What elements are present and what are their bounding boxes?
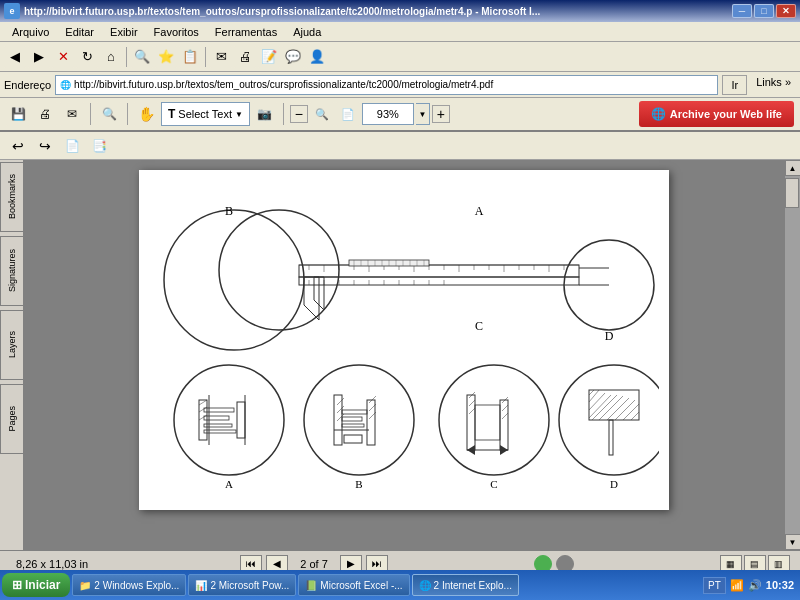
pages-panel-tab[interactable]: Pages	[0, 384, 24, 454]
signatures-panel-tab[interactable]: Signatures	[0, 236, 24, 306]
folder-icon: 📁	[79, 580, 91, 591]
taskbar-powerpoint[interactable]: 📊 2 Microsoft Pow...	[188, 574, 296, 596]
svg-point-66	[304, 365, 414, 475]
diagram-svg: /* inline tick marks handled by SVG belo…	[149, 180, 659, 490]
lang-button[interactable]: PT	[703, 577, 726, 594]
messenger-button[interactable]: 👤	[306, 46, 328, 68]
close-button[interactable]: ✕	[776, 4, 796, 18]
refresh-button[interactable]: ↻	[76, 46, 98, 68]
svg-rect-82	[475, 405, 500, 440]
mail-button[interactable]: ✉	[210, 46, 232, 68]
select-dropdown-icon: ▼	[235, 110, 243, 119]
go-button[interactable]: Ir	[722, 75, 747, 95]
edit-button[interactable]: 📝	[258, 46, 280, 68]
svg-line-88	[469, 400, 475, 406]
start-button[interactable]: ⊞ Iniciar	[2, 573, 70, 597]
menu-favoritos[interactable]: Favoritos	[146, 24, 207, 40]
svg-rect-57	[204, 416, 229, 420]
back-button[interactable]: ◀	[4, 46, 26, 68]
taskbar-ie[interactable]: 🌐 2 Internet Explo...	[412, 574, 519, 596]
forward-button[interactable]: ▶	[28, 46, 50, 68]
pdf-toolbar-2: ↩ ↪ 📄 📑	[0, 132, 800, 160]
menu-editar[interactable]: Editar	[57, 24, 102, 40]
svg-line-104	[631, 412, 639, 420]
pdf-doc-button[interactable]: 📄	[60, 134, 84, 158]
main-area: Bookmarks Signatures Layers Pages	[0, 160, 800, 550]
stop-button[interactable]: ✕	[52, 46, 74, 68]
pdf-area: /* inline tick marks handled by SVG belo…	[24, 160, 784, 550]
pdf-hand-button[interactable]: ✋	[134, 102, 158, 126]
svg-rect-60	[237, 402, 245, 438]
taskbar: ⊞ Iniciar 📁 2 Windows Explo... 📊 2 Micro…	[0, 570, 800, 600]
menu-arquivo[interactable]: Arquivo	[4, 24, 57, 40]
svg-marker-52	[304, 277, 319, 320]
pdf-toolbar-1: 💾 🖨 ✉ 🔍 ✋ T Select Text ▼ 📷 − 🔍 📄 93% ▼ …	[0, 98, 800, 132]
pdf-pages-button[interactable]: 📑	[87, 134, 111, 158]
address-input[interactable]: 🌐 http://bibvirt.futuro.usp.br/textos/te…	[55, 75, 718, 95]
svg-text:B: B	[225, 204, 233, 218]
window-title: http://bibvirt.futuro.usp.br/textos/tem_…	[24, 6, 540, 17]
svg-rect-68	[342, 410, 367, 414]
address-input-wrap: 🌐 http://bibvirt.futuro.usp.br/textos/te…	[55, 75, 718, 95]
pdf-size-indicator: 8,26 x 11,03 in	[10, 558, 94, 570]
svg-line-74	[337, 398, 344, 405]
history-button[interactable]: 📋	[179, 46, 201, 68]
layers-label: Layers	[7, 331, 17, 358]
home-button[interactable]: ⌂	[100, 46, 122, 68]
scroll-thumb[interactable]	[785, 178, 799, 208]
zoom-fit2-button[interactable]: 📄	[336, 102, 360, 126]
scroll-track	[785, 176, 801, 534]
svg-text:C: C	[475, 319, 483, 333]
zoom-plus-button[interactable]: +	[432, 105, 450, 123]
svg-line-75	[337, 406, 344, 413]
svg-line-99	[592, 395, 617, 420]
pdf-snapshot-button[interactable]: 📷	[253, 102, 277, 126]
bookmarks-label: Bookmarks	[7, 174, 17, 219]
svg-text:A: A	[225, 478, 233, 490]
layers-panel-tab[interactable]: Layers	[0, 310, 24, 380]
scroll-down-button[interactable]: ▼	[785, 534, 801, 550]
zoom-minus-button[interactable]: −	[290, 105, 308, 123]
zoom-dropdown-button[interactable]: ▼	[416, 103, 430, 125]
pdf-sep3	[283, 103, 284, 125]
bookmarks-panel-tab[interactable]: Bookmarks	[0, 162, 24, 232]
svg-rect-73	[344, 435, 362, 443]
svg-rect-71	[367, 400, 375, 445]
svg-line-89	[469, 408, 475, 414]
pdf-undo-button[interactable]: ↩	[6, 134, 30, 158]
pdf-sep2	[127, 103, 128, 125]
select-text-button[interactable]: T Select Text ▼	[161, 102, 250, 126]
maximize-button[interactable]: □	[754, 4, 774, 18]
scrollbar-right: ▲ ▼	[784, 160, 800, 550]
menu-ferramentas[interactable]: Ferramentas	[207, 24, 285, 40]
discuss-button[interactable]: 💬	[282, 46, 304, 68]
pdf-search-button[interactable]: 🔍	[97, 102, 121, 126]
pdf-save-button[interactable]: 💾	[6, 102, 30, 126]
svg-line-92	[502, 413, 508, 419]
svg-rect-105	[609, 420, 613, 455]
print-button[interactable]: 🖨	[234, 46, 256, 68]
menu-exibir[interactable]: Exibir	[102, 24, 146, 40]
archive-button[interactable]: 🌐 Archive your Web life	[639, 101, 794, 127]
system-clock: 10:32	[766, 579, 794, 591]
favorites-button[interactable]: ⭐	[155, 46, 177, 68]
pdf-email-button[interactable]: ✉	[60, 102, 84, 126]
svg-rect-58	[204, 424, 232, 427]
select-text-label: Select Text	[178, 108, 232, 120]
zoom-fit-button[interactable]: 🔍	[310, 102, 334, 126]
search-button[interactable]: 🔍	[131, 46, 153, 68]
ie-toolbar: ◀ ▶ ✕ ↻ ⌂ 🔍 ⭐ 📋 ✉ 🖨 📝 💬 👤	[0, 42, 800, 72]
menu-ajuda[interactable]: Ajuda	[285, 24, 329, 40]
taskbar-windows-explorer[interactable]: 📁 2 Windows Explo...	[72, 574, 186, 596]
pdf-print-button[interactable]: 🖨	[33, 102, 57, 126]
pdf-redo-button[interactable]: ↪	[33, 134, 57, 158]
title-bar: e http://bibvirt.futuro.usp.br/textos/te…	[0, 0, 800, 22]
links-button[interactable]: Links »	[751, 75, 796, 95]
scroll-up-button[interactable]: ▲	[785, 160, 801, 176]
ie-icon: 🌐	[419, 580, 431, 591]
svg-text:A: A	[475, 204, 484, 218]
select-text-icon: T	[168, 107, 175, 121]
svg-text:D: D	[605, 329, 614, 343]
minimize-button[interactable]: ─	[732, 4, 752, 18]
taskbar-excel[interactable]: 📗 Microsoft Excel -...	[298, 574, 409, 596]
